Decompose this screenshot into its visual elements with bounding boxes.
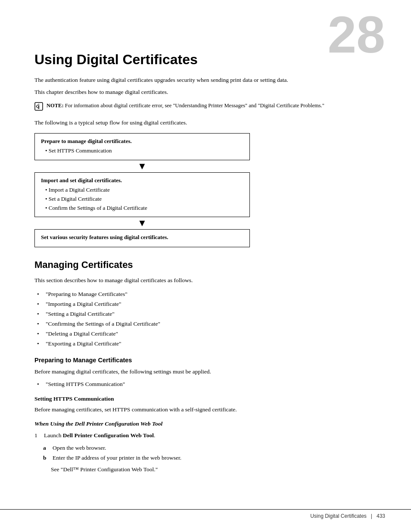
preparing-title: Preparing to Manage Certificates [34, 357, 377, 364]
step-1-text: Launch Dell Printer Configuration Web To… [44, 431, 155, 440]
flow-box-1-item-1: Set HTTPS Communication [45, 146, 243, 156]
flow-box-3: Set various security features using digi… [34, 229, 250, 247]
chapter-number: 28 [328, 9, 385, 60]
flow-box-1: Prepare to manage digital certificates. … [34, 133, 250, 160]
managing-intro: This section describes how to manage dig… [34, 276, 377, 285]
note-label: NOTE: [47, 103, 64, 109]
page: 28 Using Digital Certificates The authen… [0, 0, 411, 532]
page-title: Using Digital Certificates [34, 52, 377, 68]
sub-steps-list: a Open the web browser. b Enter the IP a… [43, 443, 377, 463]
flow-box-1-title: Prepare to manage digital certificates. [41, 138, 243, 145]
note-content: For information about digital certificat… [65, 103, 324, 109]
flow-box-1-list: Set HTTPS Communication [41, 146, 243, 156]
footer-left-text: Using Digital Certificates [310, 513, 367, 519]
sub-step-b: b Enter the IP address of your printer i… [43, 453, 377, 463]
flow-box-2-list: Import a Digital Certificate Set a Digit… [41, 186, 243, 212]
managing-bullet-3: "Setting a Digital Certificate" [41, 309, 377, 319]
note-icon [34, 102, 43, 111]
flow-section: The following is a typical setup flow fo… [34, 119, 377, 247]
sub-b-text: Enter the IP address of your printer in … [53, 453, 181, 463]
managing-section-title: Managing Certificates [34, 259, 377, 271]
intro-line2: This chapter describes how to manage dig… [34, 87, 377, 97]
preparing-intro: Before managing digital certificates, th… [34, 367, 377, 376]
sub-step-a: a Open the web browser. [43, 443, 377, 453]
flow-box-2: Import and set digital certificates. Imp… [34, 172, 250, 217]
managing-bullet-1: "Preparing to Manage Certificates" [41, 289, 377, 299]
managing-bullet-5: "Deleting a Digital Certificate" [41, 329, 377, 339]
flow-box-2-title: Import and set digital certificates. [41, 177, 243, 184]
note-box: NOTE: For information about digital cert… [34, 102, 377, 111]
footer-separator: | [371, 513, 372, 519]
step-1-prefix: Launch [44, 432, 63, 439]
preparing-bullet-1: "Setting HTTPS Communication" [41, 380, 377, 389]
page-footer: Using Digital Certificates | 433 [0, 509, 411, 519]
step-1: 1 Launch Dell Printer Configuration Web … [34, 431, 377, 440]
flow-box-2-item-1: Import a Digital Certificate [45, 186, 243, 195]
flow-arrow-2: ▼ [34, 217, 250, 229]
step-1-bold: Dell Printer Configuration Web Tool [63, 432, 154, 439]
managing-bullet-6: "Exporting a Digital Certificate" [41, 339, 377, 349]
note-text: NOTE: For information about digital cert… [47, 102, 324, 110]
https-intro: Before managing certificates, set HTTPS … [34, 405, 377, 414]
step-1-number: 1 [34, 431, 40, 440]
sub-a-text: Open the web browser. [53, 443, 106, 453]
footer-page-number: 433 [377, 513, 385, 519]
https-title: Setting HTTPS Communication [34, 395, 377, 402]
web-tool-heading: When Using the Dell Printer Configuratio… [34, 420, 377, 427]
step-1-suffix: . [154, 432, 155, 439]
preparing-bullet-list: "Setting HTTPS Communication" [41, 380, 377, 389]
flow-arrow-1: ▼ [34, 160, 250, 172]
flow-box-2-item-3: Confirm the Settings of a Digital Certif… [45, 204, 243, 213]
managing-bullet-2: "Importing a Digital Certificate" [41, 299, 377, 309]
flow-diagram: Prepare to manage digital certificates. … [34, 133, 250, 247]
sub-b-label: b [43, 453, 49, 463]
steps-list: 1 Launch Dell Printer Configuration Web … [34, 431, 377, 440]
managing-bullet-4: "Confirming the Settings of a Digital Ce… [41, 319, 377, 329]
flow-box-2-item-2: Set a Digital Certificate [45, 195, 243, 204]
flow-intro: The following is a typical setup flow fo… [34, 119, 377, 126]
sub-a-label: a [43, 443, 49, 453]
see-text: See "Dell™ Printer Configuration Web Too… [51, 465, 377, 474]
managing-bullet-list: "Preparing to Manage Certificates" "Impo… [41, 289, 377, 349]
flow-box-3-title: Set various security features using digi… [41, 234, 243, 241]
intro-line1: The authentication feature using digital… [34, 75, 377, 85]
